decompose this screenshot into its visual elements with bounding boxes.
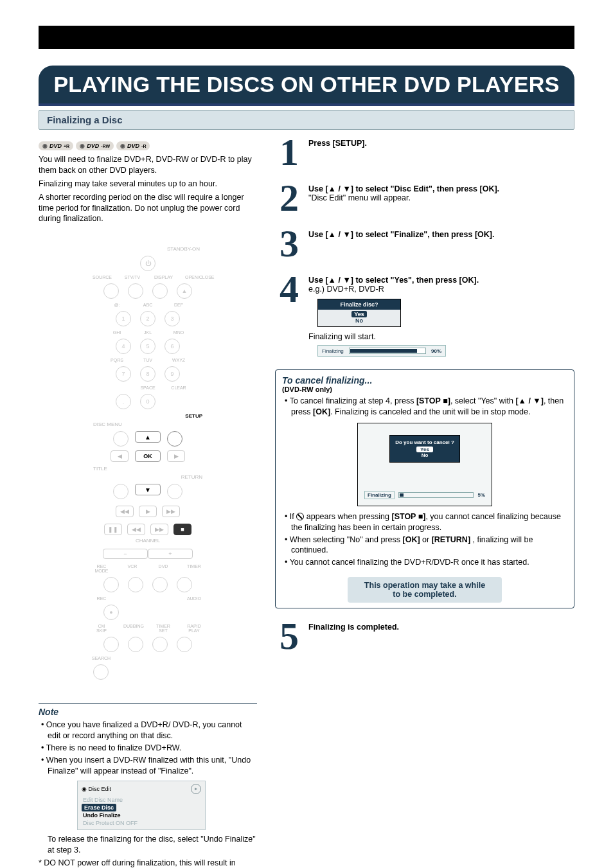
s2-a: Use [ xyxy=(308,184,328,193)
s4-a: Use [ xyxy=(308,276,328,285)
disc-edit-dialog: ◉ Disc Edit Edit Disc Name Erase Disc Un… xyxy=(77,781,206,830)
rb-vcr xyxy=(128,577,143,592)
kp-lbl-abc: ABC xyxy=(139,303,157,307)
cancel-progress-fill xyxy=(400,493,404,497)
rb-sp1 xyxy=(128,605,143,620)
remote-lbl-openclose: OPEN/CLOSE xyxy=(185,275,203,279)
ci3b: [OK] xyxy=(403,535,420,544)
note-post1: To release the finalizing for the disc, … xyxy=(39,834,257,856)
de-item-2-active: Undo Finalize xyxy=(82,811,201,819)
kp-lbl-wxyz: WXYZ xyxy=(170,358,188,362)
progress-label: Finalizing xyxy=(322,348,344,354)
key-1: 1 xyxy=(116,311,131,326)
rb-search xyxy=(93,664,109,680)
note-item-2: There is no need to finalize DVD+RW. xyxy=(41,743,257,754)
progress-pct: 90% xyxy=(431,348,441,354)
intro-p2: Finalizing may take several minutes up t… xyxy=(39,179,257,190)
kp-lbl-at: @: xyxy=(108,303,126,307)
remote-discmenu-btn xyxy=(113,431,129,447)
fd-title: Finalize disc? xyxy=(318,299,400,310)
step-3: 3 Use [▲ / ▼] to select "Finalize", then… xyxy=(275,227,574,260)
ci1d: [▲ / ▼] xyxy=(515,396,544,405)
rb-rapidplay xyxy=(177,637,192,652)
remote-setup-button xyxy=(167,431,182,447)
ci2b: appears when pressing xyxy=(304,512,391,521)
rl-b6 xyxy=(154,596,172,601)
finalize-dialog: Finalize disc? Yes No xyxy=(317,299,401,327)
ci3a: When selecting "No" and press xyxy=(290,535,403,544)
s2-b: / xyxy=(336,184,342,193)
cancel-sub: (DVD-RW only) xyxy=(282,385,567,393)
step-1-num: 1 xyxy=(275,136,303,169)
key-9: 9 xyxy=(164,366,180,382)
remote-setup-label: SETUP xyxy=(185,413,202,419)
kp-lbl-tuv: TUV xyxy=(139,358,157,362)
remote-down-button: ▼ xyxy=(135,484,161,495)
note-item-3: When you insert a DVD-RW finalized with … xyxy=(41,755,257,777)
kp-lbl-clear: CLEAR xyxy=(170,385,188,390)
finalizing-progress: Finalizing 90% xyxy=(317,345,446,357)
remote-next-icon: ▶▶ xyxy=(162,506,180,517)
badge-dvd-r: DVD-R xyxy=(116,141,150,150)
rl-cmskip: CM SKIP xyxy=(93,624,111,633)
remote-play-icon: ▶ xyxy=(139,506,157,517)
subsection-heading: Finalizing a Disc xyxy=(39,110,574,130)
disc-edit-title-text: Disc Edit xyxy=(89,786,112,792)
cancel-progress: Finalizing 5% xyxy=(364,491,485,499)
s2-line2: "Disc Edit" menu will appear. xyxy=(308,193,411,202)
kp-lbl-sp1 xyxy=(108,385,126,390)
page-title: PLAYING THE DISCS ON OTHER DVD PLAYERS xyxy=(39,66,574,106)
remote-pause-icon: ❚❚ xyxy=(104,524,122,535)
rl-dvd: DVD xyxy=(154,564,172,573)
remote-discmenu-label: DISC MENU xyxy=(93,421,122,427)
rl-recmode: REC MODE xyxy=(93,564,111,573)
kp-lbl-pqrs: PQRS xyxy=(108,358,126,362)
step-4: 4 Use [▲ / ▼] to select "Yes", then pres… xyxy=(275,273,574,357)
remote-return-button xyxy=(167,484,182,499)
remote-standby-label: STANDBY-ON xyxy=(87,246,209,252)
remote-prev-icon: ◀◀ xyxy=(116,506,134,517)
remote-btn-openclose: ▲ xyxy=(177,283,192,299)
ci1c: , select "Yes" with xyxy=(450,396,516,405)
cancel-dialog-inner: Do you want to cancel ? Yes No xyxy=(389,435,460,463)
progress-bar xyxy=(349,348,426,354)
step-4-num: 4 xyxy=(275,273,303,306)
ci3c: or xyxy=(420,535,432,544)
ci2c: [STOP ■] xyxy=(391,512,425,521)
rl-timer: TIMER xyxy=(185,564,203,573)
remote-btn-stvtv xyxy=(128,283,143,299)
step-5-text: Finalizing is completed. xyxy=(308,623,399,632)
key-5: 5 xyxy=(140,339,155,354)
badge-dvd-plus-r: DVD+R xyxy=(39,141,73,150)
prohibit-icon xyxy=(296,513,304,520)
s4-start: Finalizing will start. xyxy=(308,332,376,341)
key-6: 6 xyxy=(164,339,180,354)
rl-b5 xyxy=(123,596,141,601)
remote-btn-display xyxy=(152,283,168,299)
step-5-num: 5 xyxy=(275,620,303,653)
remote-channel-label: CHANNEL xyxy=(87,538,209,544)
cancel-title: To cancel finalizing... xyxy=(282,375,567,385)
s4-c: ] to select "Yes", then press [OK]. xyxy=(351,276,479,285)
key-0: 0 xyxy=(140,394,155,409)
cancel-dialog-yes: Yes xyxy=(416,447,433,452)
left-column: DVD+R DVD-RW DVD-R You will need to fina… xyxy=(39,136,257,868)
s3-b: / xyxy=(336,230,342,239)
fd-opts: Yes No xyxy=(318,310,400,326)
rl-audio: AUDIO xyxy=(185,596,203,601)
ci1g: . Finalizing is canceled and the unit wi… xyxy=(330,407,530,416)
remote-rw-icon: ◀◀ xyxy=(127,524,145,535)
s2-c: ] to select "Disc Edit", then press [OK]… xyxy=(351,184,499,193)
disc-edit-title: ◉ Disc Edit xyxy=(82,784,201,794)
step-2-num: 2 xyxy=(275,182,303,215)
ci1b: [STOP ■] xyxy=(416,396,450,405)
remote-lbl-source: SOURCE xyxy=(93,275,111,279)
rl-rapidplay: RAPID PLAY xyxy=(185,624,203,633)
cancel-finalizing-box: To cancel finalizing... (DVD-RW only) To… xyxy=(275,369,574,608)
progress-fill xyxy=(350,349,418,353)
remote-return-label: RETURN xyxy=(181,474,202,480)
standby-icon: ⏻ xyxy=(140,256,155,271)
badge-dvd-rw: DVD-RW xyxy=(76,141,114,150)
rl-timerset: TIMER SET xyxy=(154,624,172,633)
de-item-1-selected: Erase Disc xyxy=(82,804,116,811)
